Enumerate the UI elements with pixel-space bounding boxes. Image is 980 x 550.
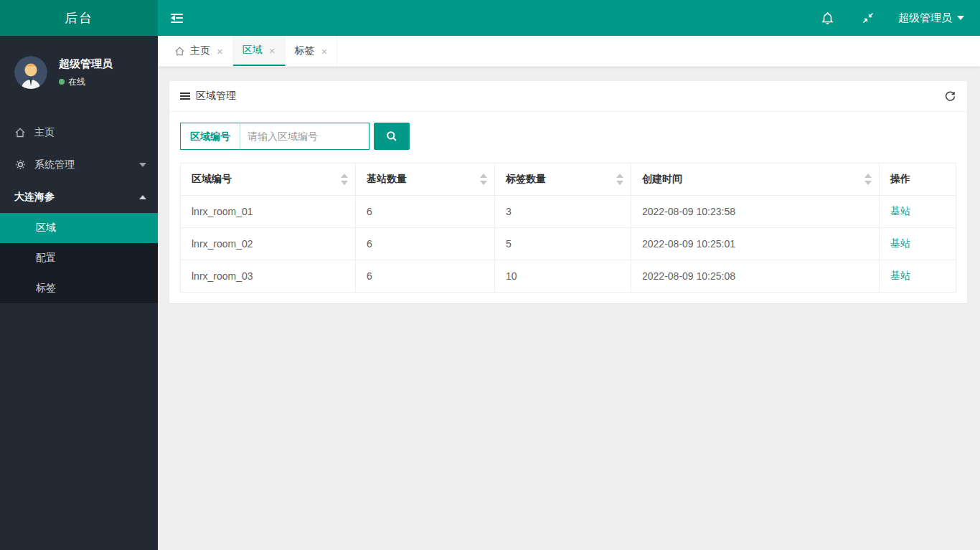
cell-actions: 基站 <box>880 228 956 260</box>
refresh-icon <box>944 90 956 103</box>
base-station-link[interactable]: 基站 <box>890 205 910 217</box>
sidebar-submenu: 区域 配置 标签 <box>0 213 158 303</box>
close-icon[interactable]: × <box>217 46 223 57</box>
chevron-down-icon <box>957 16 964 20</box>
user-profile: 超级管理员 在线 <box>0 36 158 106</box>
cell-stations: 6 <box>356 260 495 293</box>
sidebar-toggle-button[interactable] <box>158 0 196 36</box>
cell-stations: 6 <box>356 196 495 228</box>
chevron-up-icon <box>139 195 146 199</box>
tab-label: 区域 <box>242 44 263 57</box>
tab-label: 主页 <box>190 44 210 57</box>
header-username: 超级管理员 <box>898 11 952 25</box>
tab-bar: 主页 × 区域 × 标签 × <box>158 36 980 67</box>
online-status-label: 在线 <box>68 76 85 88</box>
close-icon[interactable]: × <box>321 46 328 57</box>
profile-name: 超级管理员 <box>59 57 113 71</box>
area-table: 区域编号 基站数量 标签数量 <box>180 163 956 293</box>
tab-label: 标签 <box>295 44 315 57</box>
sidebar-item-label: 大连海参 <box>14 191 55 204</box>
column-header-tags: 标签数量 <box>495 163 631 196</box>
tab-home[interactable]: 主页 × <box>165 36 233 66</box>
column-header-created: 创建时间 <box>631 163 880 196</box>
cell-tags: 3 <box>495 196 631 228</box>
sidebar-item-label: 标签 <box>36 282 56 295</box>
sort-icon[interactable] <box>341 173 348 186</box>
cell-actions: 基站 <box>880 196 956 228</box>
app-logo: 后台 <box>0 0 158 36</box>
cell-created: 2022-08-09 10:25:08 <box>631 260 880 293</box>
sidebar-item-label: 区域 <box>36 222 56 234</box>
collapse-sidebar-icon <box>171 14 183 23</box>
chevron-down-icon <box>139 163 146 167</box>
online-status-icon <box>59 79 65 85</box>
gear-icon <box>14 159 26 170</box>
bell-icon <box>821 11 834 25</box>
search-icon <box>386 131 397 142</box>
sidebar: 超级管理员 在线 主页 <box>0 36 158 550</box>
notifications-button[interactable] <box>807 0 848 36</box>
tab-tag[interactable]: 标签 × <box>286 36 338 66</box>
profile-status: 在线 <box>59 76 113 88</box>
cell-area-id: lnrx_room_03 <box>181 260 356 293</box>
cell-created: 2022-08-09 10:23:58 <box>631 196 880 228</box>
base-station-link[interactable]: 基站 <box>890 237 910 249</box>
top-header: 后台 超级管理员 <box>0 0 980 36</box>
table-header-row: 区域编号 基站数量 标签数量 <box>181 163 956 196</box>
base-station-link[interactable]: 基站 <box>890 270 910 281</box>
cell-stations: 6 <box>356 228 495 260</box>
sidebar-item-area[interactable]: 区域 <box>0 213 158 243</box>
search-bar: 区域编号 <box>180 123 956 150</box>
page-content: 区域管理 区域编号 <box>158 67 980 303</box>
area-management-panel: 区域管理 区域编号 <box>169 81 967 303</box>
user-menu[interactable]: 超级管理员 <box>888 0 980 36</box>
panel-title: 区域管理 <box>196 90 236 103</box>
exit-fullscreen-icon <box>862 11 875 24</box>
table-row: lnrx_room_02 6 5 2022-08-09 10:25:01 基站 <box>181 228 956 260</box>
column-header-area-id: 区域编号 <box>181 163 356 196</box>
refresh-button[interactable] <box>944 90 956 103</box>
close-icon[interactable]: × <box>269 45 275 56</box>
search-input[interactable] <box>240 123 369 150</box>
sidebar-item-config[interactable]: 配置 <box>0 243 158 273</box>
home-icon <box>14 127 26 138</box>
table-row: lnrx_room_01 6 3 2022-08-09 10:23:58 基站 <box>181 196 956 228</box>
cell-created: 2022-08-09 10:25:01 <box>631 228 880 260</box>
sidebar-item-label: 主页 <box>34 126 55 139</box>
sidebar-item-label: 系统管理 <box>34 158 75 171</box>
cell-tags: 10 <box>495 260 631 293</box>
cell-actions: 基站 <box>880 260 956 293</box>
header-right: 超级管理员 <box>807 0 980 36</box>
sort-icon[interactable] <box>616 173 623 186</box>
sidebar-item-home[interactable]: 主页 <box>0 116 158 148</box>
sidebar-item-system[interactable]: 系统管理 <box>0 148 158 181</box>
tab-area[interactable]: 区域 × <box>233 36 286 66</box>
search-button[interactable] <box>374 123 410 150</box>
column-header-stations: 基站数量 <box>356 163 495 196</box>
hamburger-icon <box>180 93 190 100</box>
cell-tags: 5 <box>495 228 631 260</box>
avatar[interactable] <box>14 56 47 89</box>
table-row: lnrx_room_03 6 10 2022-08-09 10:25:08 基站 <box>181 260 956 293</box>
exit-fullscreen-button[interactable] <box>848 0 888 36</box>
sidebar-item-label: 配置 <box>36 252 56 265</box>
sort-icon[interactable] <box>480 173 487 186</box>
cell-area-id: lnrx_room_02 <box>181 228 356 260</box>
search-field-label: 区域编号 <box>180 123 240 150</box>
panel-header: 区域管理 <box>169 81 967 112</box>
sidebar-item-dalian[interactable]: 大连海参 <box>0 181 158 213</box>
sidebar-item-tag[interactable]: 标签 <box>0 273 158 303</box>
sidebar-nav: 主页 系统管理 大连海参 区域 配置 <box>0 116 158 303</box>
main-area: 主页 × 区域 × 标签 × 区域管理 <box>158 0 980 303</box>
sort-icon[interactable] <box>864 173 872 186</box>
header-main: 超级管理员 <box>158 0 980 36</box>
home-icon <box>174 46 185 57</box>
cell-area-id: lnrx_room_01 <box>181 196 356 228</box>
profile-info: 超级管理员 在线 <box>59 57 113 88</box>
panel-body: 区域编号 区域编号 <box>169 112 967 303</box>
column-header-actions: 操作 <box>880 163 956 196</box>
